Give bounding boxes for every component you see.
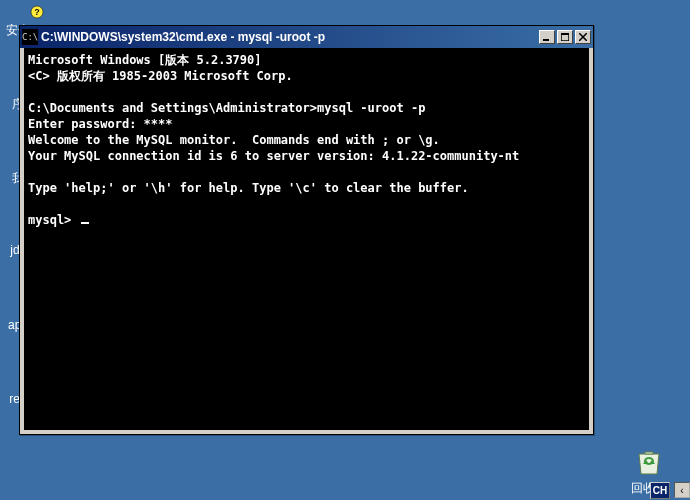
system-tray: CH ‹ bbox=[650, 480, 690, 500]
svg-rect-2 bbox=[543, 39, 549, 41]
console-line: Welcome to the MySQL monitor. Commands e… bbox=[28, 133, 440, 147]
svg-text:?: ? bbox=[34, 7, 40, 17]
close-button[interactable] bbox=[575, 30, 591, 44]
console-line: Enter password: **** bbox=[28, 117, 173, 131]
maximize-button[interactable] bbox=[557, 30, 573, 44]
console-line: Your MySQL connection id is 6 to server … bbox=[28, 149, 519, 163]
help-icon: ? bbox=[30, 5, 44, 19]
titlebar[interactable]: C:\ C:\WINDOWS\system32\cmd.exe - mysql … bbox=[20, 26, 593, 48]
console-output[interactable]: Microsoft Windows [版本 5.2.3790] <C> 版权所有… bbox=[24, 48, 589, 430]
console-line: Type 'help;' or '\h' for help. Type '\c'… bbox=[28, 181, 469, 195]
tray-expand-button[interactable]: ‹ bbox=[674, 482, 690, 498]
recycle-bin-icon bbox=[633, 446, 665, 478]
console-line: <C> 版权所有 1985-2003 Microsoft Corp. bbox=[28, 69, 293, 83]
cursor bbox=[81, 222, 89, 224]
ime-indicator[interactable]: CH bbox=[650, 482, 670, 499]
console-line: Microsoft Windows [版本 5.2.3790] bbox=[28, 53, 262, 67]
window-controls bbox=[537, 30, 591, 44]
svg-rect-4 bbox=[561, 33, 569, 35]
cmd-window: C:\ C:\WINDOWS\system32\cmd.exe - mysql … bbox=[19, 25, 594, 435]
console-line: C:\Documents and Settings\Administrator>… bbox=[28, 101, 425, 115]
minimize-button[interactable] bbox=[539, 30, 555, 44]
cmd-icon: C:\ bbox=[22, 29, 38, 45]
console-prompt: mysql> bbox=[28, 213, 79, 227]
window-title: C:\WINDOWS\system32\cmd.exe - mysql -uro… bbox=[41, 30, 537, 44]
